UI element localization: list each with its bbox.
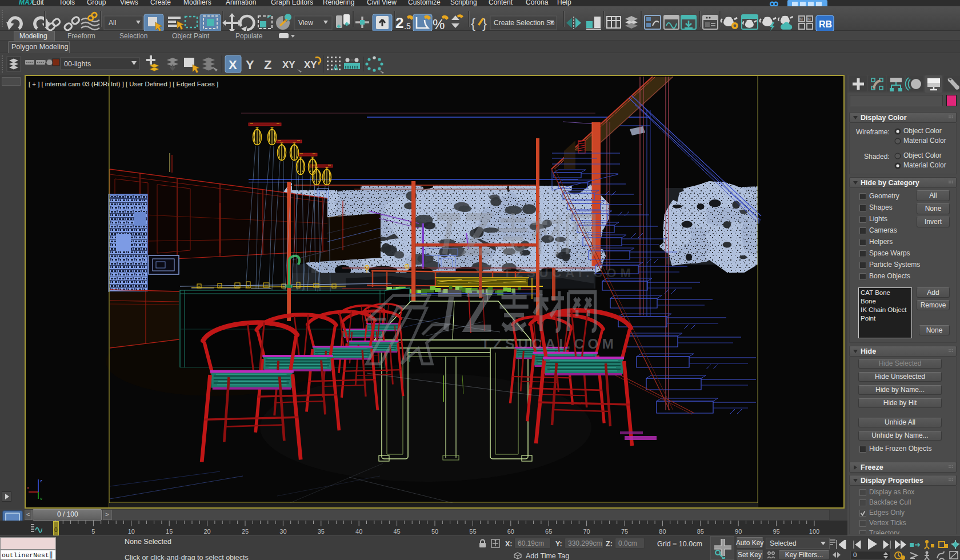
svg-text:2: 2 (395, 14, 403, 31)
svg-text:40: 40 (355, 528, 362, 535)
svg-text:80: 80 (659, 528, 666, 535)
svg-text:XY: XY (282, 59, 295, 70)
svg-text:Z: Z (264, 58, 271, 72)
svg-text:00-lights: 00-lights (64, 60, 91, 68)
svg-text:70: 70 (583, 528, 590, 535)
svg-text:5: 5 (91, 528, 95, 535)
svg-text:z: z (40, 478, 42, 483)
svg-text:}: } (482, 15, 487, 31)
svg-text:60: 60 (507, 528, 514, 535)
svg-text:A: A (333, 63, 339, 72)
svg-text:90: 90 (735, 528, 742, 535)
svg-text:55: 55 (469, 528, 476, 535)
svg-text:35: 35 (318, 528, 325, 535)
svg-text:65: 65 (545, 528, 552, 535)
svg-text:85: 85 (697, 528, 704, 535)
svg-text:15: 15 (166, 528, 173, 535)
svg-text:Y: Y (246, 58, 254, 72)
svg-text:198c: 198c (577, 253, 587, 258)
svg-text:X: X (229, 58, 237, 72)
svg-text:95: 95 (773, 528, 779, 535)
svg-text:XY: XY (304, 59, 317, 70)
svg-text:100: 100 (809, 528, 819, 535)
svg-text:75: 75 (621, 528, 628, 535)
svg-text:30: 30 (279, 528, 286, 535)
svg-text:{: { (471, 15, 475, 31)
svg-text:20: 20 (203, 528, 210, 535)
svg-text:All: All (109, 19, 116, 27)
svg-text:v: v (40, 496, 42, 501)
svg-text:M: M (799, 17, 803, 21)
svg-text:45: 45 (393, 528, 400, 535)
svg-text:TZSUCAI.COM: TZSUCAI.COM (503, 266, 635, 280)
svg-text:.5: .5 (404, 22, 411, 31)
svg-text:10: 10 (128, 528, 135, 535)
svg-text:RB: RB (819, 19, 832, 29)
svg-text:Create Selection Se: Create Selection Se (494, 19, 555, 27)
svg-text:TZSUCAI.COM: TZSUCAI.COM (481, 336, 617, 351)
svg-text:M: M (807, 17, 811, 21)
svg-text:x: x (27, 485, 29, 490)
svg-text:View: View (298, 19, 313, 27)
svg-text:50: 50 (431, 528, 438, 535)
svg-text:25: 25 (242, 528, 249, 535)
